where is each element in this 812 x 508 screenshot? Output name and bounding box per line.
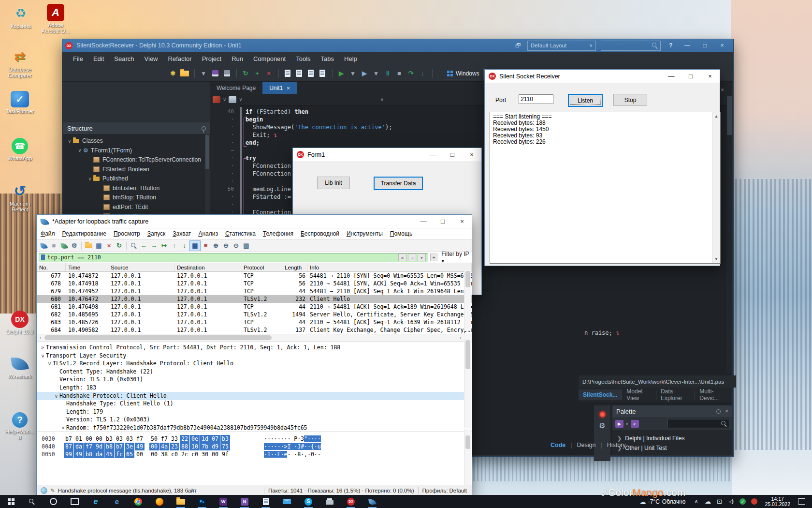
column-header-length[interactable]: Length (282, 263, 307, 271)
minimize-button[interactable]: — (681, 39, 694, 52)
tray-shield-ok[interactable]: ✓ (737, 498, 748, 505)
designer-tab-silentsock-[interactable]: SilentSock... (579, 389, 622, 400)
ws-toolbar-capture-options[interactable]: ⚙ (69, 241, 79, 251)
desktop-icon-help-manual[interactable]: ?Help+Man...8 (4, 412, 36, 440)
minimize-button[interactable]: — (662, 70, 681, 83)
listen-button[interactable]: Listen (568, 94, 603, 107)
filter-apply-icon[interactable]: → (408, 254, 416, 261)
maximize-button[interactable]: □ (433, 215, 452, 228)
toolbar-new-items[interactable]: ✱ (168, 68, 178, 79)
ws-toolbar-save-file[interactable]: ▤ (94, 241, 104, 251)
editor-tab-welcome-page[interactable]: Welcome Page (210, 82, 262, 94)
ws-toolbar-go-forward[interactable]: → (149, 241, 159, 251)
ws-toolbar-zoom-reset[interactable]: ⊙ (231, 241, 241, 251)
taskbar-app-skype[interactable]: S (298, 495, 319, 508)
close-button[interactable]: × (716, 39, 728, 52)
target-platform-selector[interactable]: Windows (443, 68, 484, 79)
port-input[interactable] (519, 94, 553, 104)
help-button[interactable]: ? (666, 39, 676, 52)
ws-toolbar-find-packet[interactable] (129, 241, 139, 251)
wireshark-titlebar[interactable]: *Adapter for loopback traffic capture — … (37, 215, 472, 228)
editor-close-icon[interactable]: × (721, 87, 724, 93)
maximize-button[interactable]: □ (681, 70, 700, 83)
view-tab-design[interactable]: Design (572, 442, 601, 448)
packet-row-684[interactable]: 68410.490582127.0.0.1127.0.0.1TLSv1.2137… (37, 326, 472, 334)
ws-toolbar-resize-columns[interactable]: ▥ (241, 241, 251, 251)
taskbar-app-notes[interactable]: N (234, 495, 255, 508)
column-header-info[interactable]: Info (307, 263, 472, 271)
toolbar-trace-into[interactable]: ↓ (417, 68, 428, 79)
structure-item[interactable]: ∨Published (63, 174, 210, 183)
column-header-protocol[interactable]: Protocol (241, 263, 282, 271)
column-header-destination[interactable]: Destination (174, 263, 241, 271)
ws-toolbar-stop-capture[interactable]: ■ (49, 241, 59, 251)
close-button[interactable]: × (462, 148, 481, 161)
menu-tools[interactable]: Tools (296, 55, 310, 62)
gear-icon[interactable]: ⚙ (599, 422, 605, 429)
toolbar-run-no-debug[interactable]: ▶ (359, 68, 370, 79)
toolbar-edit-unit[interactable] (305, 68, 316, 79)
minimize-button[interactable]: — (423, 148, 443, 161)
hex-row[interactable]: 00509949b8da45fc65000038c02cc030009f·I··… (37, 450, 472, 458)
ws-toolbar-zoom-out[interactable]: ⊖ (221, 241, 231, 251)
palette-search-input[interactable] (667, 419, 729, 428)
structure-item[interactable]: btnListen: TButton (63, 183, 210, 193)
maximize-button[interactable]: □ (443, 148, 462, 161)
filter-add-button[interactable]: + (430, 254, 437, 261)
structure-item[interactable]: edtPort: TEdit (63, 202, 210, 212)
packet-row-681[interactable]: 68110.476498127.0.0.1127.0.0.1TCP442110 … (37, 303, 472, 311)
form1-titlebar[interactable]: DX Form1 — □ × (293, 148, 481, 161)
designer-tab-model-view[interactable]: Model View (622, 389, 656, 400)
toolbar-pause[interactable]: ‖ (382, 68, 393, 79)
packet-row-677[interactable]: 67710.474872127.0.0.1127.0.0.1TCP5654481… (37, 272, 472, 280)
print-preview-icon[interactable] (229, 96, 236, 103)
structure-item[interactable]: FStarted: Boolean (63, 164, 210, 174)
menu-tabs[interactable]: Tabs (321, 55, 334, 62)
ws-menu-просмотр[interactable]: Просмотр (114, 230, 140, 237)
ws-toolbar-close-file[interactable]: × (104, 241, 114, 251)
desktop-icon-adobe-acrobat[interactable]: AAdobeAcrobat D... (40, 4, 72, 34)
detail-row[interactable]: Handshake Type: Client Hello (1) (37, 400, 464, 408)
view-tab-code[interactable]: Code (546, 442, 570, 448)
ws-menu-захват[interactable]: Захват (173, 230, 191, 237)
toolbar-insert-unit[interactable] (317, 68, 328, 79)
detail-row[interactable]: vTransport Layer Security (37, 352, 464, 360)
ws-toolbar-auto-scroll[interactable]: ▤ (189, 240, 201, 251)
toolbar-save[interactable] (210, 68, 220, 79)
toolbar-stop[interactable]: ■ (394, 68, 405, 79)
structure-item[interactable]: ∨Classes (63, 136, 210, 146)
action-center-icon[interactable] (798, 498, 805, 505)
ws-toolbar-start-capture[interactable] (39, 241, 49, 251)
filter-bookmark-icon[interactable] (41, 254, 45, 260)
toolbar-run-no-debug-dropdown[interactable]: ▾ (371, 68, 381, 79)
column-header-source[interactable]: Source (108, 263, 174, 271)
scroll-up-icon[interactable]: ▲ (714, 113, 718, 120)
ws-menu-инструменты[interactable]: Инструменты (347, 230, 383, 237)
close-button[interactable]: × (452, 215, 472, 228)
desktop-icon-recycle-bin[interactable]: ♻Корзина (5, 4, 37, 29)
taskbar-app-chrome[interactable] (128, 495, 149, 508)
detail-row[interactable]: vTLSv1.2 Record Layer: Handshake Protoco… (37, 359, 464, 368)
tray-cloud[interactable]: ☁ (702, 498, 713, 505)
status-profile[interactable]: Профиль: Default (422, 488, 467, 493)
ws-toolbar-go-bottom[interactable]: ↓ (179, 241, 189, 251)
transfer-data-button[interactable]: Transfer Data (374, 177, 423, 190)
ws-menu-беспроводной[interactable]: Беспроводной (301, 230, 339, 237)
packet-row-682[interactable]: 68210.485695127.0.0.1127.0.0.1TLSv1.2149… (37, 311, 472, 318)
desktop-icon-macrium-reflect[interactable]: ↺MacriumReflect (4, 181, 36, 212)
editor-scrollbar[interactable] (726, 95, 732, 373)
taskbar-app-explorer[interactable] (170, 495, 191, 508)
lib-init-button[interactable]: Lib Init (317, 177, 350, 189)
toolbar-run[interactable]: ▶ (336, 68, 347, 79)
packet-list-hscrollbar[interactable]: ‹ › (37, 334, 472, 342)
close-button[interactable]: × (700, 70, 720, 83)
detail-row[interactable]: Version: TLS 1.0 (0x0301) (37, 375, 464, 384)
ws-toolbar-go-top[interactable]: ↑ (169, 241, 179, 251)
packet-list-header[interactable]: No.TimeSourceDestinationProtocolLengthIn… (37, 263, 472, 272)
view-tab-history[interactable]: History (602, 442, 631, 448)
taskbar-search-button[interactable] (21, 495, 43, 508)
detail-row[interactable]: Length: 179 (37, 408, 464, 416)
taskbar-app-wireshark[interactable] (362, 495, 383, 508)
menu-run[interactable]: Run (232, 55, 243, 62)
menu-project[interactable]: Project (202, 55, 221, 62)
